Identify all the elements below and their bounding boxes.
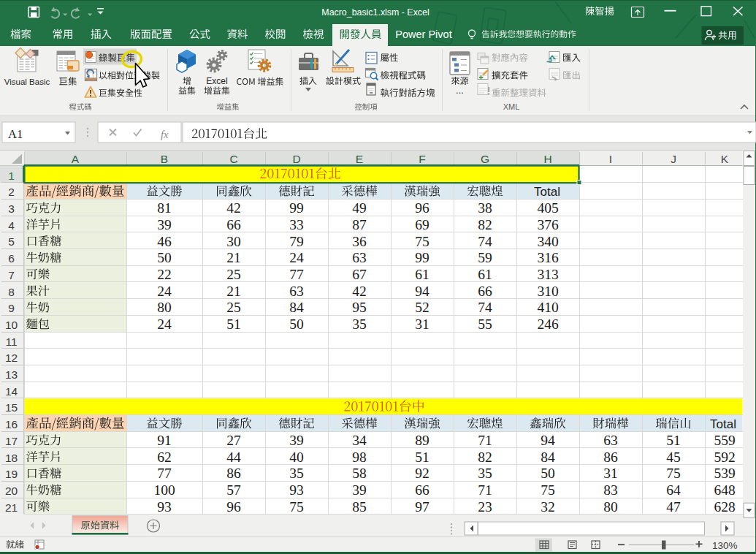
svg-text:G: G [481,153,489,165]
svg-text:79: 79 [289,234,304,249]
svg-text:49: 49 [352,200,367,216]
svg-text:50: 50 [541,466,555,481]
svg-text:69: 69 [415,217,429,232]
svg-text:4: 4 [8,219,15,232]
svg-text:85: 85 [352,499,367,515]
svg-text:34: 34 [352,433,367,448]
svg-text:55: 55 [478,316,492,332]
svg-text:Total: Total [534,185,560,199]
svg-text:75: 75 [541,482,555,498]
svg-text:J: J [671,153,676,165]
svg-text:22: 22 [157,267,172,282]
svg-text:5: 5 [8,235,15,248]
svg-text:77: 77 [289,267,304,282]
svg-text:83: 83 [603,482,618,498]
svg-text:25: 25 [226,267,241,282]
svg-text:44: 44 [226,449,241,465]
svg-text:80: 80 [603,499,618,515]
svg-text:24: 24 [157,284,172,299]
svg-text:62: 62 [157,449,172,465]
svg-text:61: 61 [415,267,429,282]
svg-text:Visual Basic: Visual Basic [4,77,50,86]
svg-text:66: 66 [226,217,241,232]
svg-text:35: 35 [478,466,492,481]
svg-text:Macro_basic1.xlsm - Excel: Macro_basic1.xlsm - Excel [321,7,429,18]
svg-text:340: 340 [537,234,558,249]
svg-text:648: 648 [714,482,735,498]
svg-text:80: 80 [157,300,172,315]
svg-text:D: D [292,153,300,165]
svg-text:99: 99 [415,250,429,265]
svg-text:92: 92 [415,466,429,481]
svg-text:35: 35 [352,316,367,332]
svg-text:40: 40 [289,449,304,465]
svg-text:A: A [72,153,80,165]
svg-text:33: 33 [289,217,304,232]
svg-text:93: 93 [157,499,172,515]
svg-text:51: 51 [226,316,241,332]
svg-text:94: 94 [541,433,555,448]
svg-text:130%: 130% [712,540,738,551]
svg-text:23: 23 [478,499,492,515]
svg-text:58: 58 [352,466,367,481]
svg-text:E: E [356,153,363,165]
svg-text:96: 96 [415,200,429,216]
svg-text:410: 410 [537,300,558,315]
svg-text:50: 50 [157,250,172,265]
svg-text:24: 24 [289,250,304,265]
svg-text:10: 10 [5,319,18,331]
svg-text:21: 21 [226,250,241,265]
svg-text:XML: XML [503,102,520,111]
svg-text:16: 16 [5,418,18,430]
svg-text:47: 47 [666,499,681,515]
svg-text:75: 75 [415,234,429,249]
svg-text:313: 313 [537,267,558,282]
svg-text:31: 31 [415,316,429,332]
svg-text:77: 77 [157,466,172,481]
svg-text:13: 13 [5,368,18,381]
svg-text:539: 539 [714,466,735,481]
svg-text:Excel: Excel [206,76,227,86]
svg-text:36: 36 [352,234,367,249]
svg-text:21: 21 [5,501,18,514]
svg-text:45: 45 [666,449,681,465]
svg-text:82: 82 [478,217,492,232]
svg-text:42: 42 [226,200,241,216]
svg-text:F: F [419,153,425,165]
svg-text:63: 63 [352,250,367,265]
svg-text:8: 8 [8,286,15,298]
svg-text:66: 66 [415,482,429,498]
svg-text:3: 3 [8,202,15,215]
svg-text:67: 67 [352,267,367,282]
svg-text:74: 74 [478,300,492,315]
svg-text:38: 38 [478,200,492,216]
svg-text:31: 31 [603,466,618,481]
svg-text:B: B [161,153,168,165]
svg-text:89: 89 [415,433,429,448]
svg-text:39: 39 [289,433,304,448]
svg-text:93: 93 [289,482,304,498]
svg-text:95: 95 [352,300,367,315]
svg-text:Total: Total [710,417,736,431]
svg-text:63: 63 [603,433,618,448]
svg-text:18: 18 [5,452,18,464]
svg-text:405: 405 [537,200,558,216]
svg-text:75: 75 [666,466,681,481]
svg-text:46: 46 [157,234,172,249]
svg-text:35: 35 [289,466,304,481]
svg-text:42: 42 [352,284,367,299]
svg-text:24: 24 [157,316,172,332]
svg-text:A1: A1 [8,127,23,141]
svg-text:39: 39 [352,482,367,498]
svg-text:66: 66 [478,284,492,299]
svg-text:25: 25 [226,300,241,315]
svg-text:32: 32 [541,499,555,515]
svg-text:K: K [721,153,729,165]
svg-text:74: 74 [478,234,492,249]
svg-text:100: 100 [153,482,175,498]
svg-text:51: 51 [415,449,429,465]
svg-text:98: 98 [352,449,367,465]
svg-text:I: I [609,153,612,165]
svg-text:87: 87 [352,217,367,232]
svg-text:91: 91 [157,433,172,448]
